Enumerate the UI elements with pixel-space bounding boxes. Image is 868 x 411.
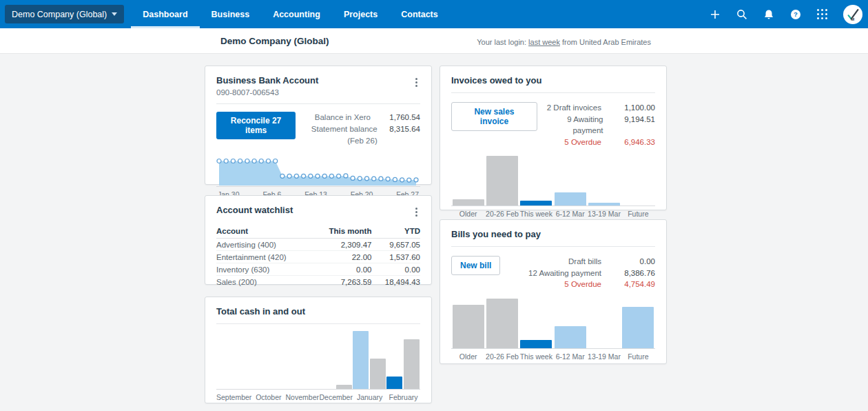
bar-february xyxy=(386,377,402,389)
plus-icon[interactable] xyxy=(709,8,721,21)
watchlist-table: Account This month YTD Advertising (400)… xyxy=(216,225,420,288)
apps-grid-icon[interactable] xyxy=(816,8,829,21)
chevron-down-icon xyxy=(112,12,117,16)
bar-group xyxy=(352,331,386,389)
invoices-owed-card: Invoices owed to you New sales invoice 2… xyxy=(440,66,667,210)
bar-group xyxy=(553,297,587,348)
divider xyxy=(451,92,655,93)
nav-item-projects[interactable]: Projects xyxy=(332,0,389,28)
column-header: Account xyxy=(216,225,313,239)
kebab-menu-icon[interactable] xyxy=(413,205,420,219)
last-login-text: Your last login: last week from United A… xyxy=(477,38,651,46)
invoices-by-week-chart: Older20-26 FebThis week6-12 Mar13-19 Mar… xyxy=(451,154,655,218)
x-axis-label: Future xyxy=(621,352,655,361)
column-header: This month xyxy=(313,225,371,239)
bar-group xyxy=(451,297,485,348)
nav-item-dashboard[interactable]: Dashboard xyxy=(131,0,199,28)
bills-card-title: Bills you need to pay xyxy=(451,229,655,239)
account-watchlist-card: Account watchlist Account This month YTD… xyxy=(205,195,432,285)
bar-6-12-mar xyxy=(555,326,586,348)
bar-this-week xyxy=(520,201,552,206)
x-axis-label: December xyxy=(319,393,353,401)
bar-group xyxy=(621,154,655,206)
x-axis-label: Older xyxy=(451,210,485,218)
table-row: Entertainment (420) 22.00 1,537.60 xyxy=(216,251,420,263)
company-selector-label: Demo Company (Global) xyxy=(12,10,107,19)
bar-group xyxy=(318,331,352,389)
bar-group xyxy=(587,297,621,348)
new-sales-invoice-button[interactable]: New sales invoice xyxy=(451,102,537,131)
invoice-status-row-overdue: 5 Overdue 6,946.33 xyxy=(537,137,655,148)
top-navbar: Demo Company (Global) Dashboard Business… xyxy=(0,0,868,28)
x-axis-label: This week xyxy=(519,210,553,218)
last-login-link[interactable]: last week xyxy=(528,38,560,46)
nav-item-business[interactable]: Business xyxy=(200,0,262,28)
search-icon[interactable] xyxy=(736,8,748,21)
x-axis-label: 20-26 Feb xyxy=(485,352,519,361)
table-row: Inventory (630) 0.00 0.00 xyxy=(216,263,420,276)
bill-status-row-overdue: 5 Overdue 4,754.49 xyxy=(528,279,655,290)
nav-item-accounting[interactable]: Accounting xyxy=(261,0,332,28)
x-axis-label: 13-19 Mar xyxy=(587,210,621,218)
x-axis-label: 20-26 Feb xyxy=(485,210,519,218)
bar-january xyxy=(370,359,386,389)
nav-item-contacts[interactable]: Contacts xyxy=(389,0,449,28)
page-header: Demo Company (Global) Your last login: l… xyxy=(0,28,868,54)
bank-card-title: Business Bank Account xyxy=(216,75,318,86)
invoice-status-row: 2 Draft invoices 1,100.00 xyxy=(537,102,655,114)
bar-20-26-feb xyxy=(486,156,518,206)
svg-text:M: M xyxy=(851,17,854,21)
bar-january xyxy=(353,331,369,389)
user-avatar[interactable]: M xyxy=(843,5,862,24)
total-cash-card: Total cash in and out SeptemberOctoberNo… xyxy=(205,297,432,403)
balance-row: Balance in Xero 1,760.54 xyxy=(296,112,420,123)
column-header: YTD xyxy=(371,225,420,239)
svg-text:?: ? xyxy=(794,10,798,18)
bar-group xyxy=(519,297,553,348)
x-axis-label: October xyxy=(251,393,285,401)
x-axis-label: 6-12 Mar xyxy=(553,352,587,361)
company-selector[interactable]: Demo Company (Global) xyxy=(5,5,124,23)
table-row: Advertising (400) 2,309.47 9,657.05 xyxy=(216,239,420,251)
bar-group xyxy=(485,154,519,206)
bar-future xyxy=(622,307,654,348)
navbar-actions: ? M xyxy=(709,0,862,28)
divider xyxy=(451,246,655,247)
bar-13-19-mar xyxy=(588,203,620,206)
invoices-card-title: Invoices owed to you xyxy=(451,75,655,86)
x-axis-label: Future xyxy=(621,210,655,218)
x-axis-label: November xyxy=(285,393,319,401)
new-bill-button[interactable]: New bill xyxy=(451,256,500,275)
watchlist-card-title: Account watchlist xyxy=(216,205,293,215)
x-axis-label: 6-12 Mar xyxy=(553,210,587,218)
balance-row: Statement balance (Feb 26) 8,315.64 xyxy=(296,123,420,147)
bar-december xyxy=(336,385,352,389)
main-menu: Dashboard Business Accounting Projects C… xyxy=(131,0,449,28)
bank-balance-chart: Jan 30Feb 6Feb 13Feb 20Feb 27 xyxy=(216,152,420,199)
bill-status-row: 12 Awaiting payment 8,386.76 xyxy=(528,268,655,279)
reconcile-button[interactable]: Reconcile 27 items xyxy=(216,112,296,139)
bar-group xyxy=(451,154,485,206)
x-axis-label: September xyxy=(216,393,251,401)
bill-status-row: Draft bills 0.00 xyxy=(528,256,655,268)
bar-group xyxy=(519,154,553,206)
x-axis-label: Older xyxy=(451,352,485,361)
x-axis-label: February xyxy=(386,393,420,401)
divider xyxy=(216,323,420,324)
help-icon[interactable]: ? xyxy=(789,8,802,21)
bar-group xyxy=(285,331,318,389)
notifications-icon[interactable] xyxy=(763,8,775,21)
bank-account-number: 090-8007-006543 xyxy=(216,88,318,97)
bar-group xyxy=(485,297,519,348)
invoice-status-row: 9 Awaiting payment 9,194.51 xyxy=(537,114,655,137)
bar-group xyxy=(587,154,621,206)
bar-6-12-mar xyxy=(555,192,586,206)
x-axis-label: January xyxy=(353,393,386,401)
bills-to-pay-card: Bills you need to pay New bill Draft bil… xyxy=(440,219,667,364)
x-axis-label: This week xyxy=(519,352,553,361)
kebab-menu-icon[interactable] xyxy=(413,75,420,90)
bar-20-26-feb xyxy=(486,299,518,348)
bar-group xyxy=(386,331,420,389)
bar-february xyxy=(404,339,420,389)
x-axis-label: 13-19 Mar xyxy=(587,352,621,361)
